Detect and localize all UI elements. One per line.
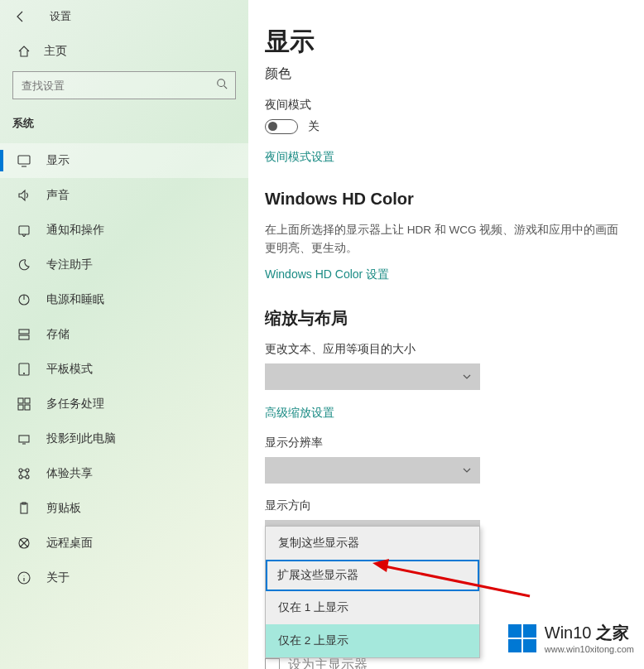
nav-label: 电源和睡眠 [46, 292, 104, 307]
nav-label: 显示 [46, 153, 70, 168]
share-icon [17, 466, 31, 481]
svg-rect-12 [19, 436, 29, 442]
nav-label: 通知和操作 [46, 223, 104, 238]
home-row[interactable]: 主页 [0, 37, 248, 71]
window-title: 设置 [50, 9, 71, 24]
hdcolor-link[interactable]: Windows HD Color 设置 [265, 267, 389, 282]
nav-label: 多任务处理 [46, 397, 104, 412]
search-input[interactable] [12, 71, 236, 99]
search-icon [216, 78, 228, 93]
nav-label: 声音 [46, 188, 70, 203]
nav-label: 投影到此电脑 [46, 431, 116, 446]
hdcolor-heading: Windows HD Color [265, 190, 627, 209]
windows-logo-icon [508, 624, 536, 652]
nav-label: 平板模式 [46, 362, 93, 377]
night-mode-link[interactable]: 夜间模式设置 [265, 150, 334, 165]
watermark-brand: Win10 之家 [545, 622, 634, 644]
nav-label: 远程桌面 [46, 536, 93, 551]
project-icon [17, 431, 31, 446]
multitask-icon [17, 397, 31, 412]
svg-rect-9 [25, 398, 30, 403]
moon-icon [17, 257, 31, 272]
page-title: 显示 [265, 25, 627, 59]
svg-point-14 [26, 469, 29, 472]
chevron-down-icon [462, 372, 472, 382]
sidebar-item[interactable]: 专注助手 [0, 248, 248, 282]
svg-rect-11 [25, 405, 30, 410]
sidebar-item[interactable]: 电源和睡眠 [0, 282, 248, 317]
sidebar-item[interactable]: 体验共享 [0, 456, 248, 491]
svg-rect-10 [18, 405, 23, 410]
svg-rect-5 [19, 335, 29, 339]
storage-icon [17, 327, 31, 342]
svg-point-7 [24, 373, 25, 374]
orientation-label: 显示方向 [265, 498, 627, 513]
notify-icon [17, 223, 31, 238]
night-mode-toggle[interactable] [265, 119, 298, 134]
nav-label: 关于 [46, 570, 70, 585]
home-icon [17, 44, 31, 59]
svg-point-15 [19, 475, 22, 479]
about-icon [17, 570, 31, 585]
night-mode-state: 关 [308, 119, 320, 134]
sidebar-item[interactable]: 存储 [0, 317, 248, 352]
dropdown-option[interactable]: 仅在 1 上显示 [266, 591, 479, 624]
dropdown-option[interactable]: 扩展这些显示器 [266, 560, 479, 591]
svg-rect-17 [21, 503, 27, 513]
nav-label: 专注助手 [46, 257, 93, 272]
scale-heading: 缩放与布局 [265, 307, 627, 330]
nav-label: 存储 [46, 327, 70, 342]
advanced-scale-link[interactable]: 高级缩放设置 [265, 406, 334, 421]
monitor-icon [17, 153, 31, 168]
svg-rect-2 [19, 226, 29, 234]
sidebar: 设置 主页 系统 显示声音通知和操作专注助手电源和睡眠存储平板模式多任务处理投影… [0, 0, 248, 669]
search-wrap [12, 71, 236, 99]
sidebar-item[interactable]: 声音 [0, 178, 248, 213]
sidebar-item[interactable]: 显示 [0, 143, 248, 178]
main-content: 显示 颜色 夜间模式 关 夜间模式设置 Windows HD Color 在上面… [248, 0, 644, 669]
dropdown-option[interactable]: 复制这些显示器 [266, 527, 479, 560]
resolution-select[interactable] [265, 457, 480, 484]
power-icon [17, 292, 31, 307]
svg-rect-1 [18, 156, 30, 164]
primary-label: 设为主显示器 [288, 657, 368, 669]
dropdown-option[interactable]: 仅在 2 上显示 [266, 624, 479, 657]
section-label: 系统 [0, 116, 248, 143]
sidebar-item[interactable]: 投影到此电脑 [0, 421, 248, 456]
multi-display-dropdown: 复制这些显示器扩展这些显示器仅在 1 上显示仅在 2 上显示 [265, 526, 480, 658]
tablet-icon [17, 362, 31, 377]
nav-label: 体验共享 [46, 466, 93, 481]
night-toggle-row: 关 [265, 119, 627, 134]
svg-rect-8 [18, 398, 23, 403]
nav-list: 显示声音通知和操作专注助手电源和睡眠存储平板模式多任务处理投影到此电脑体验共享剪… [0, 143, 248, 669]
text-size-select[interactable] [265, 363, 480, 390]
resolution-label: 显示分辨率 [265, 436, 627, 450]
nav-label: 剪贴板 [46, 501, 81, 516]
svg-point-16 [26, 475, 29, 479]
chevron-down-icon [462, 465, 472, 475]
text-size-label: 更改文本、应用等项目的大小 [265, 342, 627, 357]
night-mode-label: 夜间模式 [265, 98, 627, 113]
sidebar-item[interactable]: 平板模式 [0, 352, 248, 387]
svg-point-13 [19, 469, 22, 472]
watermark-url: www.win10xitong.com [545, 644, 634, 654]
remote-icon [17, 536, 31, 551]
sound-icon [17, 188, 31, 203]
sidebar-item[interactable]: 剪贴板 [0, 491, 248, 526]
svg-rect-4 [19, 330, 29, 334]
watermark: Win10 之家 www.win10xitong.com [498, 615, 644, 661]
primary-display-row: 设为主显示器 [265, 657, 368, 669]
clipboard-icon [17, 501, 31, 516]
primary-checkbox[interactable] [265, 658, 280, 670]
svg-point-0 [218, 79, 225, 87]
sidebar-item[interactable]: 多任务处理 [0, 387, 248, 421]
sidebar-item[interactable]: 关于 [0, 561, 248, 595]
hdcolor-desc: 在上面所选择的显示器上让 HDR 和 WCG 视频、游戏和应用中的画面更明亮、更… [265, 221, 621, 257]
sidebar-item[interactable]: 远程桌面 [0, 526, 248, 561]
color-heading: 颜色 [265, 65, 627, 83]
sidebar-item[interactable]: 通知和操作 [0, 213, 248, 248]
back-button[interactable] [12, 8, 29, 25]
arrow-left-icon [14, 10, 27, 23]
header-row: 设置 [0, 0, 248, 37]
home-label: 主页 [44, 44, 67, 59]
